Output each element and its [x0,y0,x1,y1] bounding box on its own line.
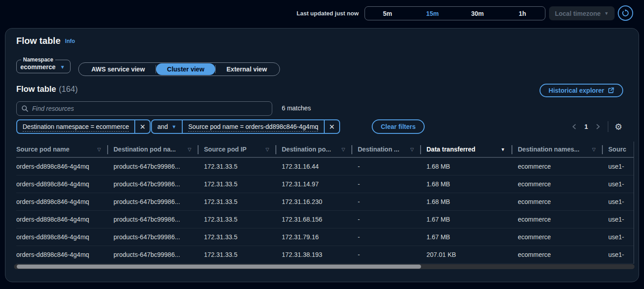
sort-caret-icon[interactable]: ▽ [341,147,345,152]
previous-page-button[interactable] [571,123,578,130]
table-section-title: Flow table(164) [16,85,78,94]
table-row-count: (164) [59,85,78,94]
table-cell: ecommerce [518,228,608,246]
next-page-button[interactable] [594,123,601,130]
column-header-label: Data transferred [426,146,475,153]
page-number[interactable]: 1 [584,123,588,130]
table-cell: 172.31.16.44 [282,158,358,175]
horizontal-scrollbar-track[interactable] [14,264,635,269]
timezone-label: Local timezone [555,10,601,17]
page-title: Flow tableInfo [16,36,75,46]
filter-token-label[interactable]: Destination namespace = ecommerce [17,123,134,130]
column-header-source-truncated[interactable]: Sourc [608,142,634,157]
historical-explorer-button[interactable]: Historical explorer [540,84,623,97]
column-header-data-transferred[interactable]: Data transferred ▼ [426,142,518,157]
close-icon[interactable]: × [325,120,339,133]
tab-cluster-view[interactable]: Cluster view [156,63,215,75]
last-updated-text: Last updated just now [297,10,359,17]
refresh-button[interactable] [618,5,633,21]
filter-token-source-pod-name: and ▼ Source pod name = orders-dd898c846… [151,119,340,134]
filter-token-label[interactable]: Source pod name = orders-dd898c846-4g4mq [183,123,324,130]
table-cell: ecommerce [518,193,608,210]
clear-filters-label: Clear filters [381,123,416,130]
table-body: orders-dd898c846-4g4mqproducts-647bc9998… [16,158,634,264]
chevron-down-icon: ▼ [604,11,609,16]
table-cell: use1- [608,228,634,246]
table-cell: ecommerce [518,211,608,228]
page-title-text: Flow table [16,36,61,46]
table-cell: products-647bc99986... [114,158,204,175]
table-cell: 172.31.33.5 [204,193,282,210]
time-range-5m[interactable]: 5m [365,7,410,20]
namespace-label: Namespace [21,57,55,63]
search-box [16,101,272,116]
column-header-destination-namespace[interactable]: Destination names... ▽ [518,142,608,157]
table-cell: use1- [608,246,634,263]
table-row[interactable]: orders-dd898c846-4g4mqproducts-647bc9998… [16,228,634,246]
sort-caret-icon[interactable]: ▽ [265,147,269,152]
chevron-down-icon: ▼ [60,64,65,70]
table-header-row: Source pod name ▽ Destination pod na... … [16,142,634,158]
table-cell: - [358,175,426,193]
table-cell: orders-dd898c846-4g4mq [16,246,114,263]
filter-operator-value: and [157,123,168,130]
table-cell: 1.68 MB [426,193,518,210]
column-header-label: Sourc [608,146,626,153]
sort-caret-icon[interactable]: ▽ [97,147,101,152]
column-header-source-pod-ip[interactable]: Source pod IP ▽ [204,142,282,157]
table-row[interactable]: orders-dd898c846-4g4mqproducts-647bc9998… [16,175,634,193]
tab-external-view[interactable]: External view [216,63,278,75]
column-header-label: Destination ... [358,146,399,153]
column-header-label: Source pod name [16,146,69,153]
table-cell: 172.31.33.5 [204,246,282,263]
table-cell: 172.31.68.156 [282,211,358,228]
sort-caret-icon[interactable]: ▽ [592,147,596,152]
gear-icon[interactable]: ⚙ [615,123,622,131]
table-row[interactable]: orders-dd898c846-4g4mqproducts-647bc9998… [16,211,634,228]
filter-token-destination-namespace: Destination namespace = ecommerce × [16,119,151,134]
column-header-destination[interactable]: Destination ... ▽ [358,142,426,157]
table-row[interactable]: orders-dd898c846-4g4mqproducts-647bc9998… [16,193,634,211]
sort-caret-icon[interactable]: ▽ [410,147,414,152]
horizontal-scrollbar-thumb[interactable] [17,265,421,269]
top-bar: Last updated just now 5m 15m 30m 1h Loca… [0,0,644,28]
time-range-1h[interactable]: 1h [500,7,545,20]
table-cell: - [358,211,426,228]
table-cell: 172.31.79.16 [282,228,358,246]
column-header-destination-pod-ip[interactable]: Destination po... ▽ [282,142,358,157]
close-icon[interactable]: × [135,120,150,133]
namespace-select[interactable]: Namespace ecommerce ▼ [16,57,71,73]
filter-row: Destination namespace = ecommerce × and … [16,119,629,134]
column-header-label: Destination po... [282,146,331,153]
tab-aws-service-view[interactable]: AWS service view [80,63,156,75]
chevron-down-icon: ▼ [171,124,176,129]
timezone-dropdown[interactable]: Local timezone ▼ [549,6,615,20]
table-cell: - [358,193,426,210]
table-cell: 1.68 MB [426,175,518,193]
sort-caret-icon[interactable]: ▼ [501,147,505,152]
time-range-30m[interactable]: 30m [455,7,500,20]
table-cell: products-647bc99986... [114,246,204,263]
search-input[interactable] [32,105,267,112]
table-cell: orders-dd898c846-4g4mq [16,211,114,228]
table-row[interactable]: orders-dd898c846-4g4mqproducts-647bc9998… [16,158,634,175]
table-cell: 172.31.14.97 [282,175,358,193]
column-header-destination-pod-name[interactable]: Destination pod na... ▽ [114,142,204,157]
table-cell: orders-dd898c846-4g4mq [16,175,114,193]
refresh-icon [621,9,630,17]
table-row[interactable]: orders-dd898c846-4g4mqproducts-647bc9998… [16,246,634,264]
table-cell: 172.31.33.5 [204,158,282,175]
column-header-label: Destination pod na... [114,146,176,153]
table-section-title-text: Flow table [16,85,56,94]
clear-filters-button[interactable]: Clear filters [372,119,425,134]
info-link[interactable]: Info [65,38,75,44]
external-link-icon [608,87,614,94]
time-range-15m[interactable]: 15m [410,7,455,20]
sort-caret-icon[interactable]: ▽ [188,147,191,152]
flow-table: Source pod name ▽ Destination pod na... … [16,142,634,264]
filter-operator-dropdown[interactable]: and ▼ [152,123,182,130]
table-cell: ecommerce [518,175,608,193]
pagination-divider [608,121,608,132]
table-cell: 172.31.33.5 [204,175,282,193]
column-header-source-pod-name[interactable]: Source pod name ▽ [16,142,114,157]
